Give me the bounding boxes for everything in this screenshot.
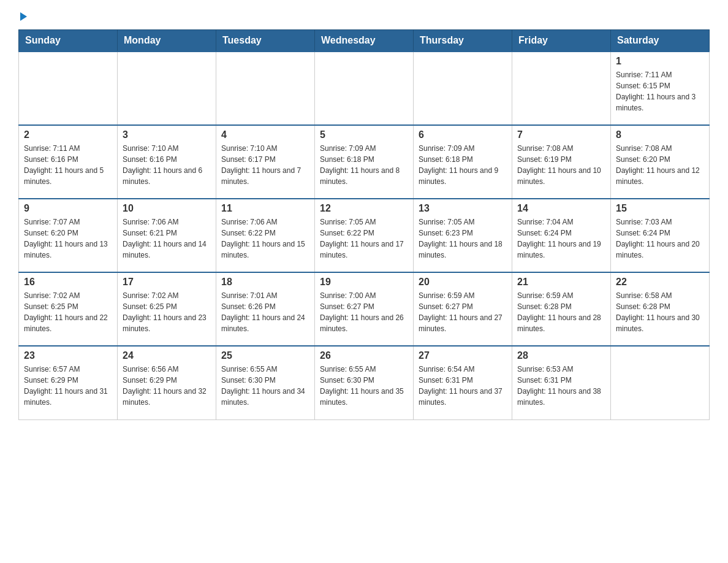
week-row-2: 2Sunrise: 7:11 AMSunset: 6:16 PMDaylight…	[19, 125, 710, 199]
logo-arrow-icon	[20, 12, 27, 21]
calendar-cell: 3Sunrise: 7:10 AMSunset: 6:16 PMDaylight…	[118, 125, 216, 199]
day-number: 11	[221, 203, 309, 214]
day-number: 7	[517, 129, 605, 140]
day-info: Sunrise: 7:05 AMSunset: 6:22 PMDaylight:…	[320, 216, 408, 261]
weekday-header-thursday: Thursday	[414, 30, 512, 52]
day-info: Sunrise: 6:53 AMSunset: 6:31 PMDaylight:…	[517, 364, 605, 408]
day-number: 27	[419, 350, 507, 361]
weekday-header-saturday: Saturday	[611, 30, 710, 52]
weekday-header-friday: Friday	[512, 30, 611, 52]
day-number: 20	[419, 277, 507, 288]
day-info: Sunrise: 6:56 AMSunset: 6:29 PMDaylight:…	[123, 364, 211, 408]
calendar-cell: 12Sunrise: 7:05 AMSunset: 6:22 PMDayligh…	[315, 199, 414, 272]
day-number: 4	[221, 129, 309, 140]
day-info: Sunrise: 7:11 AMSunset: 6:16 PMDaylight:…	[24, 143, 112, 187]
day-info: Sunrise: 7:08 AMSunset: 6:20 PMDaylight:…	[616, 143, 704, 187]
day-info: Sunrise: 7:02 AMSunset: 6:25 PMDaylight:…	[123, 290, 211, 334]
calendar-cell: 20Sunrise: 6:59 AMSunset: 6:27 PMDayligh…	[414, 272, 512, 346]
day-number: 1	[616, 56, 704, 67]
logo	[18, 12, 27, 20]
weekday-header-wednesday: Wednesday	[315, 30, 414, 52]
calendar-cell: 14Sunrise: 7:04 AMSunset: 6:24 PMDayligh…	[512, 199, 611, 272]
day-info: Sunrise: 7:07 AMSunset: 6:20 PMDaylight:…	[24, 216, 112, 261]
calendar-cell	[611, 346, 710, 419]
calendar-table: SundayMondayTuesdayWednesdayThursdayFrid…	[18, 29, 710, 420]
calendar-cell: 1Sunrise: 7:11 AMSunset: 6:15 PMDaylight…	[611, 52, 710, 125]
day-number: 8	[616, 129, 704, 140]
weekday-header-row: SundayMondayTuesdayWednesdayThursdayFrid…	[19, 30, 710, 52]
calendar-cell: 10Sunrise: 7:06 AMSunset: 6:21 PMDayligh…	[118, 199, 216, 272]
weekday-header-monday: Monday	[118, 30, 216, 52]
calendar-cell	[118, 52, 216, 125]
day-number: 14	[517, 203, 605, 214]
calendar-cell: 26Sunrise: 6:55 AMSunset: 6:30 PMDayligh…	[315, 346, 414, 419]
day-info: Sunrise: 6:59 AMSunset: 6:27 PMDaylight:…	[419, 290, 507, 334]
calendar-cell: 24Sunrise: 6:56 AMSunset: 6:29 PMDayligh…	[118, 346, 216, 419]
calendar-cell: 28Sunrise: 6:53 AMSunset: 6:31 PMDayligh…	[512, 346, 611, 419]
calendar-cell	[315, 52, 414, 125]
day-number: 13	[419, 203, 507, 214]
calendar-cell: 27Sunrise: 6:54 AMSunset: 6:31 PMDayligh…	[414, 346, 512, 419]
day-info: Sunrise: 6:54 AMSunset: 6:31 PMDaylight:…	[419, 364, 507, 408]
day-info: Sunrise: 7:11 AMSunset: 6:15 PMDaylight:…	[616, 69, 704, 113]
week-row-1: 1Sunrise: 7:11 AMSunset: 6:15 PMDaylight…	[19, 52, 710, 125]
day-number: 17	[123, 277, 211, 288]
day-number: 19	[320, 277, 408, 288]
day-number: 18	[221, 277, 309, 288]
day-number: 23	[24, 350, 112, 361]
day-info: Sunrise: 6:55 AMSunset: 6:30 PMDaylight:…	[221, 364, 309, 408]
day-number: 6	[419, 129, 507, 140]
day-number: 24	[123, 350, 211, 361]
day-info: Sunrise: 7:06 AMSunset: 6:22 PMDaylight:…	[221, 216, 309, 261]
day-info: Sunrise: 7:01 AMSunset: 6:26 PMDaylight:…	[221, 290, 309, 334]
calendar-cell: 9Sunrise: 7:07 AMSunset: 6:20 PMDaylight…	[19, 199, 118, 272]
calendar-cell: 4Sunrise: 7:10 AMSunset: 6:17 PMDaylight…	[216, 125, 315, 199]
day-info: Sunrise: 6:59 AMSunset: 6:28 PMDaylight:…	[517, 290, 605, 334]
calendar-cell	[512, 52, 611, 125]
day-info: Sunrise: 7:09 AMSunset: 6:18 PMDaylight:…	[419, 143, 507, 187]
calendar-cell	[414, 52, 512, 125]
calendar-cell: 5Sunrise: 7:09 AMSunset: 6:18 PMDaylight…	[315, 125, 414, 199]
day-info: Sunrise: 7:08 AMSunset: 6:19 PMDaylight:…	[517, 143, 605, 187]
calendar-cell: 18Sunrise: 7:01 AMSunset: 6:26 PMDayligh…	[216, 272, 315, 346]
calendar-cell: 8Sunrise: 7:08 AMSunset: 6:20 PMDaylight…	[611, 125, 710, 199]
day-number: 16	[24, 277, 112, 288]
calendar-cell	[216, 52, 315, 125]
day-info: Sunrise: 6:55 AMSunset: 6:30 PMDaylight:…	[320, 364, 408, 408]
day-info: Sunrise: 7:04 AMSunset: 6:24 PMDaylight:…	[517, 216, 605, 261]
calendar-cell: 25Sunrise: 6:55 AMSunset: 6:30 PMDayligh…	[216, 346, 315, 419]
calendar-cell: 17Sunrise: 7:02 AMSunset: 6:25 PMDayligh…	[118, 272, 216, 346]
page-header	[18, 12, 710, 20]
day-info: Sunrise: 7:00 AMSunset: 6:27 PMDaylight:…	[320, 290, 408, 334]
day-number: 15	[616, 203, 704, 214]
calendar-cell: 19Sunrise: 7:00 AMSunset: 6:27 PMDayligh…	[315, 272, 414, 346]
day-info: Sunrise: 7:02 AMSunset: 6:25 PMDaylight:…	[24, 290, 112, 334]
calendar-cell: 6Sunrise: 7:09 AMSunset: 6:18 PMDaylight…	[414, 125, 512, 199]
day-info: Sunrise: 7:10 AMSunset: 6:16 PMDaylight:…	[123, 143, 211, 187]
calendar-cell: 16Sunrise: 7:02 AMSunset: 6:25 PMDayligh…	[19, 272, 118, 346]
calendar-cell: 21Sunrise: 6:59 AMSunset: 6:28 PMDayligh…	[512, 272, 611, 346]
day-info: Sunrise: 7:06 AMSunset: 6:21 PMDaylight:…	[123, 216, 211, 261]
calendar-cell: 11Sunrise: 7:06 AMSunset: 6:22 PMDayligh…	[216, 199, 315, 272]
calendar-cell: 13Sunrise: 7:05 AMSunset: 6:23 PMDayligh…	[414, 199, 512, 272]
day-number: 9	[24, 203, 112, 214]
day-info: Sunrise: 7:10 AMSunset: 6:17 PMDaylight:…	[221, 143, 309, 187]
day-info: Sunrise: 6:57 AMSunset: 6:29 PMDaylight:…	[24, 364, 112, 408]
day-info: Sunrise: 6:58 AMSunset: 6:28 PMDaylight:…	[616, 290, 704, 334]
day-number: 26	[320, 350, 408, 361]
week-row-5: 23Sunrise: 6:57 AMSunset: 6:29 PMDayligh…	[19, 346, 710, 419]
day-info: Sunrise: 7:09 AMSunset: 6:18 PMDaylight:…	[320, 143, 408, 187]
day-number: 2	[24, 129, 112, 140]
day-number: 3	[123, 129, 211, 140]
day-info: Sunrise: 7:03 AMSunset: 6:24 PMDaylight:…	[616, 216, 704, 261]
calendar-cell	[19, 52, 118, 125]
week-row-3: 9Sunrise: 7:07 AMSunset: 6:20 PMDaylight…	[19, 199, 710, 272]
day-number: 28	[517, 350, 605, 361]
week-row-4: 16Sunrise: 7:02 AMSunset: 6:25 PMDayligh…	[19, 272, 710, 346]
calendar-cell: 15Sunrise: 7:03 AMSunset: 6:24 PMDayligh…	[611, 199, 710, 272]
weekday-header-tuesday: Tuesday	[216, 30, 315, 52]
calendar-cell: 7Sunrise: 7:08 AMSunset: 6:19 PMDaylight…	[512, 125, 611, 199]
calendar-cell: 22Sunrise: 6:58 AMSunset: 6:28 PMDayligh…	[611, 272, 710, 346]
day-number: 25	[221, 350, 309, 361]
day-number: 10	[123, 203, 211, 214]
